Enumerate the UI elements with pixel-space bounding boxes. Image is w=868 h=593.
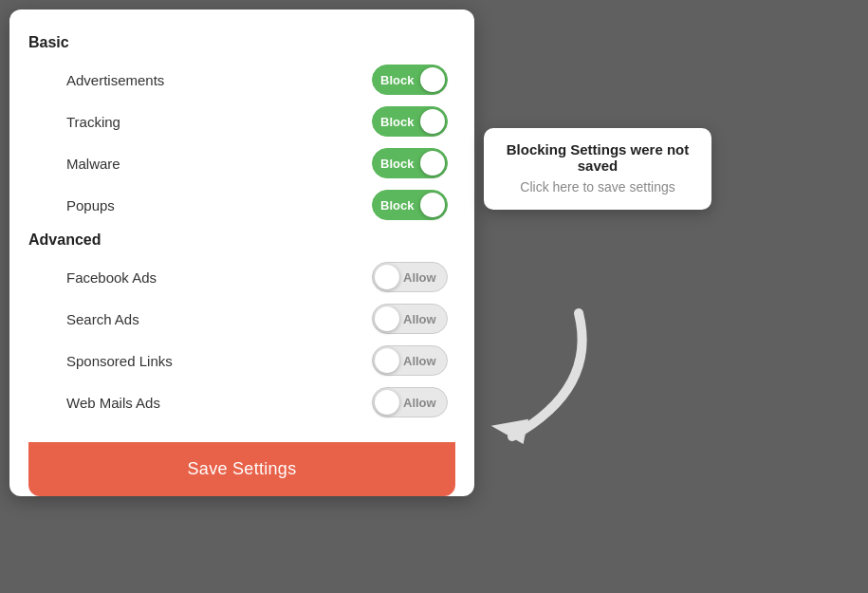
popups-toggle[interactable]: Block [372,190,448,220]
tracking-toggle[interactable]: Block [372,106,448,137]
advanced-section-title: Advanced [28,232,455,249]
notification-title: Blocking Settings were not saved [501,141,694,174]
sponsored-links-toggle[interactable]: Allow [372,345,448,376]
malware-label: Malware [66,156,120,172]
search-ads-label: Search Ads [66,311,139,327]
web-mails-ads-row: Web Mails Ads Allow [28,381,455,423]
sponsored-links-toggle-knob [375,348,399,373]
notification-box[interactable]: Blocking Settings were not saved Click h… [484,128,711,210]
malware-row: Malware Block [28,142,455,184]
facebook-ads-toggle[interactable]: Allow [372,262,448,292]
save-settings-button[interactable]: Save Settings [28,442,455,496]
arrow-container [446,275,636,465]
advertisements-toggle[interactable]: Block [372,65,448,95]
search-ads-toggle[interactable]: Allow [372,304,448,334]
tracking-toggle-label: Block [373,115,417,129]
web-mails-ads-toggle-knob [375,390,399,415]
search-ads-row: Search Ads Allow [28,298,455,340]
popups-label: Popups [66,197,115,213]
popups-toggle-knob [420,193,445,217]
popups-row: Popups Block [28,184,455,226]
web-mails-ads-toggle[interactable]: Allow [372,387,448,417]
tracking-label: Tracking [66,114,120,130]
web-mails-ads-label: Web Mails Ads [66,395,160,411]
facebook-ads-label: Facebook Ads [66,269,157,286]
tracking-row: Tracking Block [28,101,455,142]
facebook-ads-row: Facebook Ads Allow [28,256,455,298]
facebook-ads-toggle-knob [375,265,399,289]
svg-marker-0 [491,419,533,450]
settings-panel: Basic Advertisements Block Tracking Bloc… [9,9,474,496]
tracking-toggle-knob [420,109,445,134]
basic-section-title: Basic [28,34,455,51]
sponsored-links-label: Sponsored Links [66,353,173,369]
advertisements-toggle-knob [420,67,445,92]
advertisements-label: Advertisements [66,72,164,88]
sponsored-links-row: Sponsored Links Allow [28,340,455,381]
malware-toggle[interactable]: Block [372,148,448,178]
advertisements-row: Advertisements Block [28,59,455,101]
malware-toggle-knob [420,151,445,176]
advertisements-toggle-label: Block [373,73,417,87]
malware-toggle-label: Block [373,157,417,171]
notification-subtitle: Click here to save settings [501,179,694,195]
popups-toggle-label: Block [373,198,417,213]
curved-arrow-icon [446,275,636,465]
search-ads-toggle-knob [375,306,399,331]
